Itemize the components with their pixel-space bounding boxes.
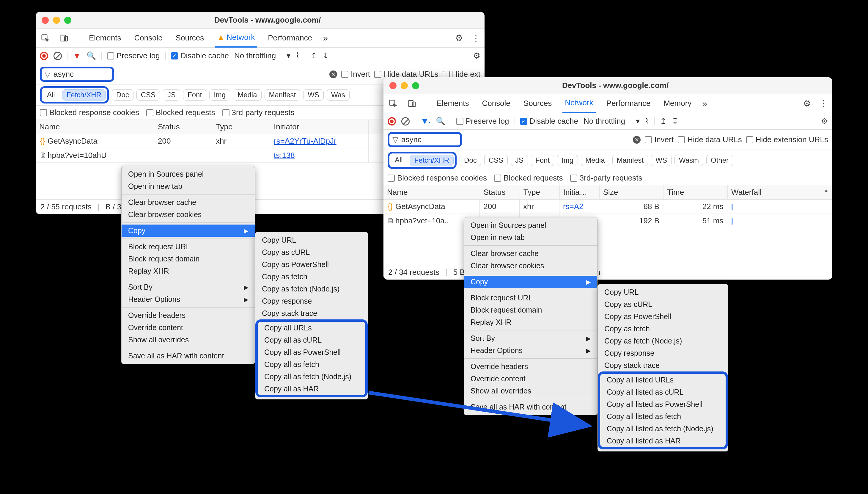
wifi-icon[interactable]: ⌇ — [296, 51, 300, 60]
settings-icon[interactable]: ⚙ — [455, 33, 463, 43]
copy-all-curl[interactable]: Copy all as cURL — [258, 334, 365, 346]
menu-open-tab[interactable]: Open in new tab — [122, 180, 255, 192]
copy-as-fetch[interactable]: Copy as fetch — [598, 323, 728, 335]
invert-checkbox[interactable]: Invert — [645, 135, 674, 144]
copy-all-listed-urls[interactable]: Copy all listed URLs — [600, 374, 726, 386]
wifi-icon[interactable]: ⌇ — [645, 117, 649, 126]
row-initiator[interactable]: ts:138 — [274, 151, 295, 160]
copy-all-urls[interactable]: Copy all URLs — [258, 322, 365, 334]
throttling-select[interactable]: No throttling▾ — [584, 117, 640, 126]
col-waterfall[interactable]: Waterfall▲ — [728, 185, 832, 199]
filter-icon[interactable]: ▼• — [421, 117, 430, 126]
tab-sources[interactable]: Sources — [173, 28, 206, 48]
type-media[interactable]: Media — [581, 155, 609, 166]
copy-stack-trace[interactable]: Copy stack trace — [255, 307, 368, 319]
type-js[interactable]: JS — [511, 155, 528, 166]
zoom-dot[interactable] — [412, 82, 419, 89]
minimize-dot[interactable] — [401, 82, 408, 89]
type-manifest[interactable]: Manifest — [264, 89, 300, 100]
type-manifest[interactable]: Manifest — [612, 155, 648, 166]
type-media[interactable]: Media — [233, 89, 261, 100]
menu-clear-cookies[interactable]: Clear browser cookies — [122, 208, 255, 221]
tab-network[interactable]: Network — [563, 94, 595, 113]
kebab-icon[interactable]: ⋮ — [471, 33, 480, 43]
preserve-log-checkbox[interactable]: Preserve log — [456, 117, 509, 126]
copy-as-fetch-node[interactable]: Copy as fetch (Node.js) — [255, 283, 368, 295]
type-font[interactable]: Font — [183, 89, 206, 100]
settings-icon[interactable]: ⚙ — [803, 98, 811, 109]
menu-replay-xhr[interactable]: Replay XHR — [122, 265, 255, 277]
type-doc[interactable]: Doc — [112, 89, 134, 100]
type-doc[interactable]: Doc — [459, 155, 481, 166]
copy-url[interactable]: Copy URL — [598, 286, 728, 298]
inspect-icon[interactable] — [388, 98, 398, 109]
copy-all-powershell[interactable]: Copy all as PowerShell — [258, 346, 365, 358]
col-status[interactable]: Status — [480, 185, 520, 199]
col-initiator[interactable]: Initia… — [560, 185, 599, 199]
menu-override-content[interactable]: Override content — [464, 373, 597, 385]
type-js[interactable]: JS — [163, 89, 180, 100]
device-icon[interactable] — [407, 98, 417, 109]
tabs-overflow[interactable]: » — [323, 33, 328, 43]
device-icon[interactable] — [59, 33, 70, 43]
type-ws[interactable]: WS — [303, 89, 324, 100]
tab-elements[interactable]: Elements — [434, 94, 471, 113]
zoom-dot[interactable] — [64, 17, 71, 24]
type-img[interactable]: Img — [557, 155, 578, 166]
blocked-requests-checkbox[interactable]: Blocked requests — [146, 108, 215, 117]
copy-all-har[interactable]: Copy all as HAR — [258, 383, 365, 395]
clear-filter-icon[interactable]: ✕ — [329, 71, 337, 78]
tab-sources[interactable]: Sources — [521, 94, 554, 113]
hide-data-urls-checkbox[interactable]: Hide data URLs — [678, 135, 742, 144]
menu-open-sources[interactable]: Open in Sources panel — [464, 219, 597, 231]
menu-header-options[interactable]: Header Options▶ — [464, 344, 597, 357]
menu-copy[interactable]: Copy▶ — [122, 225, 255, 237]
type-wasm[interactable]: Was — [327, 89, 350, 100]
preserve-log-checkbox[interactable]: Preserve log — [107, 51, 160, 60]
copy-response[interactable]: Copy response — [598, 347, 728, 359]
menu-open-sources[interactable]: Open in Sources panel — [122, 168, 255, 180]
clear-icon[interactable] — [54, 52, 62, 60]
menu-override-headers[interactable]: Override headers — [122, 309, 255, 322]
menu-sort-by[interactable]: Sort By▶ — [464, 332, 597, 344]
copy-as-curl[interactable]: Copy as cURL — [255, 246, 368, 259]
col-time[interactable]: Time — [664, 185, 728, 199]
col-size[interactable]: Size — [599, 185, 664, 199]
copy-url[interactable]: Copy URL — [255, 234, 368, 246]
menu-copy[interactable]: Copy▶ — [464, 276, 597, 288]
filter-icon[interactable]: ▼ — [73, 51, 81, 61]
type-img[interactable]: Img — [209, 89, 230, 100]
tab-console[interactable]: Console — [479, 94, 512, 113]
copy-all-listed-fetch-node[interactable]: Copy all listed as fetch (Node.js) — [600, 423, 726, 435]
toolbar-settings-icon[interactable]: ⚙ — [821, 116, 828, 126]
download-icon[interactable]: ↧ — [322, 51, 329, 60]
type-wasm[interactable]: Wasm — [674, 155, 703, 166]
inspect-icon[interactable] — [40, 33, 51, 43]
invert-checkbox[interactable]: Invert — [341, 70, 370, 79]
table-row[interactable]: 🗎hpba?vet=10a.. 192 B 51 ms — [383, 214, 832, 228]
row-initiator[interactable]: rs=A2YrTu-AlDpJr — [274, 136, 336, 146]
col-type[interactable]: Type — [520, 185, 560, 199]
clear-filter-icon[interactable]: ✕ — [633, 136, 640, 144]
tabs-overflow[interactable]: » — [702, 98, 707, 109]
copy-as-fetch-node[interactable]: Copy as fetch (Node.js) — [598, 335, 728, 347]
col-initiator[interactable]: Initiator — [270, 120, 369, 134]
menu-override-content[interactable]: Override content — [122, 322, 255, 334]
menu-clear-cookies[interactable]: Clear browser cookies — [464, 260, 597, 272]
toolbar-settings-icon[interactable]: ⚙ — [473, 51, 480, 61]
close-dot[interactable] — [389, 82, 397, 89]
download-icon[interactable]: ↧ — [672, 117, 678, 126]
tab-elements[interactable]: Elements — [86, 28, 123, 48]
copy-all-fetch-node[interactable]: Copy all as fetch (Node.js) — [258, 370, 365, 383]
tab-memory[interactable]: Memory — [661, 94, 694, 113]
table-row[interactable]: {}GetAsyncData 200 xhr rs=A2 68 B 22 ms — [383, 200, 832, 214]
type-fetch-xhr[interactable]: Fetch/XHR — [410, 155, 454, 166]
clear-icon[interactable] — [401, 117, 410, 126]
copy-all-fetch[interactable]: Copy all as fetch — [258, 358, 365, 370]
menu-show-overrides[interactable]: Show all overrides — [122, 334, 255, 346]
upload-icon[interactable]: ↥ — [311, 51, 317, 60]
blocked-response-checkbox[interactable]: Blocked response cookies — [40, 108, 139, 117]
type-all[interactable]: All — [43, 89, 59, 100]
copy-response[interactable]: Copy response — [255, 295, 368, 307]
record-icon[interactable] — [40, 52, 48, 60]
